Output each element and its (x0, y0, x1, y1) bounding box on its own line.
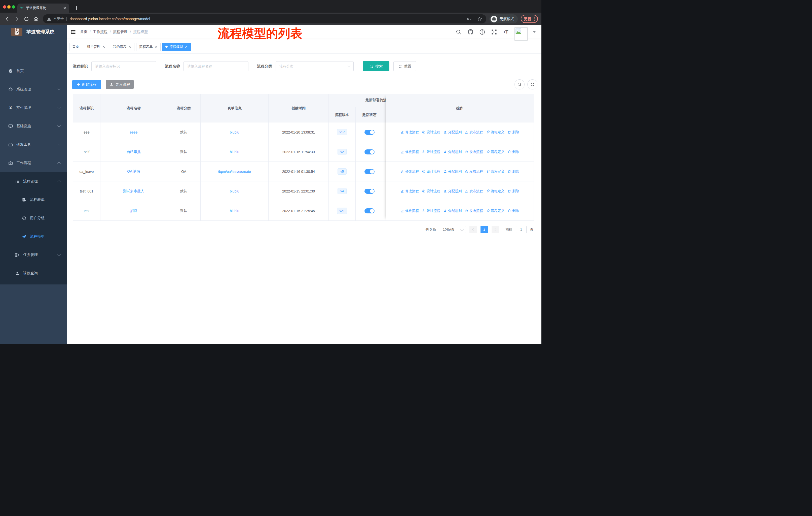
action-process-definition-link[interactable]: 流程定义 (486, 209, 504, 213)
sidebar-item-user-group[interactable]: 用户分组 (0, 209, 67, 227)
action-assign-rule-link[interactable]: 分配规则 (443, 150, 462, 154)
action-design-process-link[interactable]: 设计流程 (422, 130, 440, 135)
close-icon[interactable] (128, 45, 132, 48)
tag-tenant[interactable]: 租户管理 (84, 43, 108, 51)
window-zoom-button[interactable] (12, 5, 15, 8)
action-edit-process-link[interactable]: 修改流程 (401, 169, 419, 174)
avatar[interactable] (515, 27, 528, 40)
back-icon[interactable] (4, 16, 10, 22)
sidebar-item-task-management[interactable]: 任务管理 (0, 246, 67, 264)
sidebar-item-payment[interactable]: ¥ 支付管理 (0, 99, 67, 117)
form-info-link[interactable]: biubiu (230, 130, 239, 134)
sidebar-item-home[interactable]: 首页 (0, 62, 67, 80)
tag-home[interactable]: 首页 (69, 43, 82, 51)
sidebar-logo[interactable]: 芋道管理系统 (0, 25, 67, 38)
breadcrumb-workflow[interactable]: 工作流程 (93, 29, 108, 34)
action-design-process-link[interactable]: 设计流程 (422, 150, 440, 154)
next-page-button[interactable] (492, 226, 499, 233)
action-publish-process-link[interactable]: 发布流程 (465, 169, 483, 174)
password-key-icon[interactable] (467, 17, 472, 21)
action-process-definition-link[interactable]: 流程定义 (486, 130, 504, 135)
sidebar-item-leave-query[interactable]: 请假查询 (0, 264, 67, 282)
refresh-table-button[interactable] (527, 79, 538, 89)
window-minimize-button[interactable] (7, 5, 10, 8)
security-label[interactable]: 不安全 (53, 17, 64, 21)
filter-category-select-input[interactable] (276, 61, 354, 71)
active-status-toggle[interactable] (365, 169, 375, 174)
reset-button[interactable]: 重置 (394, 61, 416, 71)
form-info-link[interactable]: biubiu (230, 150, 239, 154)
home-icon[interactable] (33, 16, 39, 22)
show-search-button[interactable] (515, 79, 525, 89)
filter-key-input[interactable] (91, 61, 156, 71)
action-edit-process-link[interactable]: 修改流程 (401, 189, 419, 193)
fullscreen-icon[interactable] (491, 29, 497, 35)
action-delete-link[interactable]: 删除 (508, 189, 519, 193)
filter-category-select[interactable] (276, 61, 354, 71)
process-name-link[interactable]: 测试多审批人 (123, 189, 144, 193)
action-edit-process-link[interactable]: 修改流程 (401, 150, 419, 154)
breadcrumb-process-management[interactable]: 流程管理 (113, 29, 127, 34)
process-name-link[interactable]: OA 请假 (127, 169, 140, 174)
browser-update-button[interactable]: 更新 (521, 15, 538, 23)
sidebar-item-infrastructure[interactable]: 基础设施 (0, 117, 67, 135)
process-name-link[interactable]: eeee (129, 130, 138, 134)
sidebar-item-dev-tools[interactable]: 研发工具 (0, 135, 67, 154)
browser-tab[interactable]: 芋道管理系统 (18, 3, 69, 12)
import-process-button[interactable]: 导入流程 (106, 80, 134, 89)
address-bar[interactable]: 不安全 dashboard.yudao.iocoder.cn/bpm/manag… (43, 15, 486, 23)
action-delete-link[interactable]: 删除 (508, 150, 519, 154)
page-size-select[interactable]: 10条/页 (440, 226, 466, 233)
search-button[interactable]: 搜索 (363, 61, 389, 71)
sidebar-item-process-model[interactable]: 流程模型 (0, 227, 67, 246)
process-name-link[interactable]: 滔博 (130, 209, 137, 213)
create-process-button[interactable]: 新建流程 (72, 80, 101, 89)
action-process-definition-link[interactable]: 流程定义 (486, 189, 504, 193)
sidebar-item-workflow[interactable]: 工作流程 (0, 154, 67, 172)
action-assign-rule-link[interactable]: 分配规则 (443, 209, 462, 213)
tag-my-process[interactable]: 我的流程 (110, 43, 135, 51)
process-name-link[interactable]: 自己审批 (126, 150, 141, 154)
form-info-link[interactable]: biubiu (230, 209, 239, 213)
action-delete-link[interactable]: 删除 (508, 169, 519, 174)
action-process-definition-link[interactable]: 流程定义 (486, 169, 504, 174)
action-publish-process-link[interactable]: 发布流程 (465, 189, 483, 193)
action-delete-link[interactable]: 删除 (508, 130, 519, 135)
close-icon[interactable] (102, 45, 105, 48)
active-status-toggle[interactable] (365, 150, 375, 155)
filter-name-input[interactable] (183, 61, 249, 71)
search-icon[interactable] (455, 29, 462, 35)
goto-page-input[interactable] (516, 226, 527, 233)
current-page-button[interactable]: 1 (481, 226, 488, 233)
action-delete-link[interactable]: 删除 (508, 209, 519, 213)
url-text[interactable]: dashboard.yudao.iocoder.cn/bpm/manager/m… (70, 17, 150, 21)
action-edit-process-link[interactable]: 修改流程 (401, 209, 419, 213)
reload-icon[interactable] (23, 16, 30, 22)
github-icon[interactable] (467, 29, 474, 35)
sidebar-item-process-management[interactable]: 流程管理 (0, 172, 67, 190)
tag-process-model[interactable]: 流程模型 (162, 43, 191, 51)
action-process-definition-link[interactable]: 流程定义 (486, 150, 504, 154)
action-design-process-link[interactable]: 设计流程 (422, 189, 440, 193)
action-assign-rule-link[interactable]: 分配规则 (443, 189, 462, 193)
window-close-button[interactable] (3, 5, 6, 8)
close-icon[interactable] (185, 45, 188, 48)
tag-process-form[interactable]: 流程表单 (136, 43, 161, 51)
active-status-toggle[interactable] (365, 189, 375, 194)
action-publish-process-link[interactable]: 发布流程 (465, 130, 483, 135)
active-status-toggle[interactable] (365, 130, 375, 135)
close-icon[interactable] (154, 45, 157, 48)
new-tab-button[interactable] (73, 4, 80, 11)
form-info-link[interactable]: biubiu (230, 189, 239, 193)
sidebar-item-system[interactable]: 系统管理 (0, 80, 67, 99)
action-design-process-link[interactable]: 设计流程 (422, 169, 440, 174)
tab-close-icon[interactable] (63, 6, 67, 10)
breadcrumb-home[interactable]: 首页 (80, 29, 87, 34)
avatar-caret-icon[interactable] (533, 31, 536, 33)
action-publish-process-link[interactable]: 发布流程 (465, 150, 483, 154)
browser-menu-icon[interactable] (534, 17, 535, 21)
action-assign-rule-link[interactable]: 分配规则 (443, 130, 462, 135)
action-edit-process-link[interactable]: 修改流程 (401, 130, 419, 135)
action-assign-rule-link[interactable]: 分配规则 (443, 169, 462, 174)
forward-icon[interactable] (13, 16, 20, 22)
